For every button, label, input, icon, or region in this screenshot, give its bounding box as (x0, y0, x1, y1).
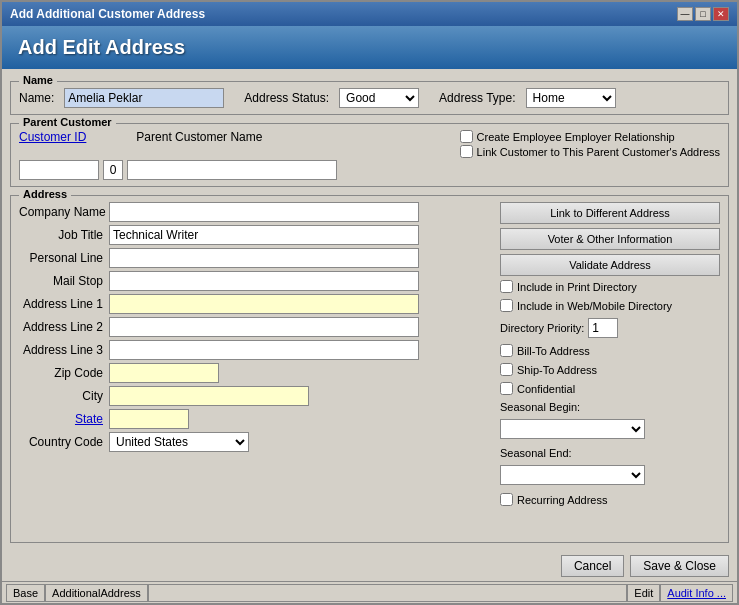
job-title-input[interactable] (109, 225, 419, 245)
confidential-label: Confidential (517, 383, 575, 395)
directory-priority-input[interactable] (588, 318, 618, 338)
address-line3-label: Address Line 3 (19, 343, 109, 357)
address-type-select[interactable]: Home Work Other (526, 88, 616, 108)
name-row: Name: Address Status: Good Bad Unknown A… (19, 88, 720, 108)
status-spacer (148, 584, 628, 602)
title-bar-buttons: — □ ✕ (677, 7, 729, 21)
small-number-input[interactable] (103, 160, 123, 180)
parent-customer-group: Parent Customer Customer ID Parent Custo… (10, 123, 729, 187)
parent-customer-title: Parent Customer (19, 116, 116, 128)
country-code-select[interactable]: United States Canada Mexico (109, 432, 249, 452)
audit-info-link[interactable]: Audit Info ... (660, 584, 733, 602)
address-group: Address Company Name Job Title Personal … (10, 195, 729, 543)
link-different-address-button[interactable]: Link to Different Address (500, 202, 720, 224)
header-band: Add Edit Address (2, 26, 737, 69)
recurring-address-row: Recurring Address (500, 493, 720, 506)
directory-priority-row: Directory Priority: (500, 318, 720, 338)
bottom-buttons-area: Cancel Save & Close (2, 551, 737, 581)
save-close-button[interactable]: Save & Close (630, 555, 729, 577)
include-web-row: Include in Web/Mobile Directory (500, 299, 720, 312)
address-line1-input[interactable] (109, 294, 419, 314)
seasonal-end-select[interactable] (500, 465, 645, 485)
city-row: City (19, 386, 490, 406)
parent-checkboxes: Create Employee Employer Relationship Li… (460, 130, 720, 158)
state-label[interactable]: State (19, 412, 109, 426)
cancel-button[interactable]: Cancel (561, 555, 624, 577)
directory-priority-label: Directory Priority: (500, 322, 584, 334)
company-name-label: Company Name (19, 205, 109, 219)
address-left-col: Company Name Job Title Personal Line Mai… (19, 202, 490, 508)
content-area: Name Name: Address Status: Good Bad Unkn… (2, 69, 737, 551)
ship-to-row: Ship-To Address (500, 363, 720, 376)
job-title-row: Job Title (19, 225, 490, 245)
zip-code-input[interactable] (109, 363, 219, 383)
seasonal-begin-select[interactable] (500, 419, 645, 439)
customer-id-input[interactable] (19, 160, 99, 180)
include-web-label: Include in Web/Mobile Directory (517, 300, 672, 312)
address-line1-label: Address Line 1 (19, 297, 109, 311)
seasonal-end-label: Seasonal End: (500, 447, 720, 459)
address-line3-row: Address Line 3 (19, 340, 490, 360)
job-title-label: Job Title (19, 228, 109, 242)
company-name-input[interactable] (109, 202, 419, 222)
ship-to-label: Ship-To Address (517, 364, 597, 376)
validate-address-button[interactable]: Validate Address (500, 254, 720, 276)
zip-code-row: Zip Code (19, 363, 490, 383)
page-title: Add Edit Address (18, 36, 721, 59)
maximize-button[interactable]: □ (695, 7, 711, 21)
country-code-label: Country Code (19, 435, 109, 449)
include-web-checkbox[interactable] (500, 299, 513, 312)
status-edit: Edit (627, 584, 660, 602)
window-title: Add Additional Customer Address (10, 7, 205, 21)
parent-name-input[interactable] (127, 160, 337, 180)
include-print-checkbox[interactable] (500, 280, 513, 293)
address-section: Company Name Job Title Personal Line Mai… (19, 202, 720, 508)
name-input[interactable] (64, 88, 224, 108)
mail-stop-label: Mail Stop (19, 274, 109, 288)
address-line2-label: Address Line 2 (19, 320, 109, 334)
mail-stop-input[interactable] (109, 271, 419, 291)
address-line2-row: Address Line 2 (19, 317, 490, 337)
personal-line-row: Personal Line (19, 248, 490, 268)
zip-code-label: Zip Code (19, 366, 109, 380)
bill-to-checkbox[interactable] (500, 344, 513, 357)
customer-id-link[interactable]: Customer ID (19, 130, 86, 158)
address-line2-input[interactable] (109, 317, 419, 337)
title-bar: Add Additional Customer Address — □ ✕ (2, 2, 737, 26)
state-row: State (19, 409, 490, 429)
address-status-label: Address Status: (244, 91, 329, 105)
include-print-row: Include in Print Directory (500, 280, 720, 293)
create-employee-row: Create Employee Employer Relationship (460, 130, 720, 143)
recurring-address-checkbox[interactable] (500, 493, 513, 506)
status-bar: Base AdditionalAddress Edit Audit Info .… (2, 581, 737, 603)
ship-to-checkbox[interactable] (500, 363, 513, 376)
parent-customer-inputs (19, 160, 720, 180)
seasonal-end-select-row (500, 465, 720, 485)
personal-line-input[interactable] (109, 248, 419, 268)
status-base: Base (6, 584, 45, 602)
name-group: Name Name: Address Status: Good Bad Unkn… (10, 81, 729, 115)
link-customer-checkbox[interactable] (460, 145, 473, 158)
link-customer-label: Link Customer to This Parent Customer's … (477, 146, 720, 158)
minimize-button[interactable]: — (677, 7, 693, 21)
address-line3-input[interactable] (109, 340, 419, 360)
state-input[interactable] (109, 409, 189, 429)
close-button[interactable]: ✕ (713, 7, 729, 21)
name-label: Name: (19, 91, 54, 105)
include-print-label: Include in Print Directory (517, 281, 637, 293)
country-code-row: Country Code United States Canada Mexico (19, 432, 490, 452)
address-type-label: Address Type: (439, 91, 516, 105)
address-status-select[interactable]: Good Bad Unknown (339, 88, 419, 108)
address-line1-row: Address Line 1 (19, 294, 490, 314)
main-window: Add Additional Customer Address — □ ✕ Ad… (0, 0, 739, 605)
create-employee-checkbox[interactable] (460, 130, 473, 143)
voter-info-button[interactable]: Voter & Other Information (500, 228, 720, 250)
parent-customer-name-label: Parent Customer Name (136, 130, 262, 158)
city-input[interactable] (109, 386, 309, 406)
seasonal-begin-label: Seasonal Begin: (500, 401, 720, 413)
address-right-col: Link to Different Address Voter & Other … (500, 202, 720, 508)
confidential-checkbox[interactable] (500, 382, 513, 395)
company-name-row: Company Name (19, 202, 490, 222)
personal-line-label: Personal Line (19, 251, 109, 265)
status-additional-address: AdditionalAddress (45, 584, 148, 602)
